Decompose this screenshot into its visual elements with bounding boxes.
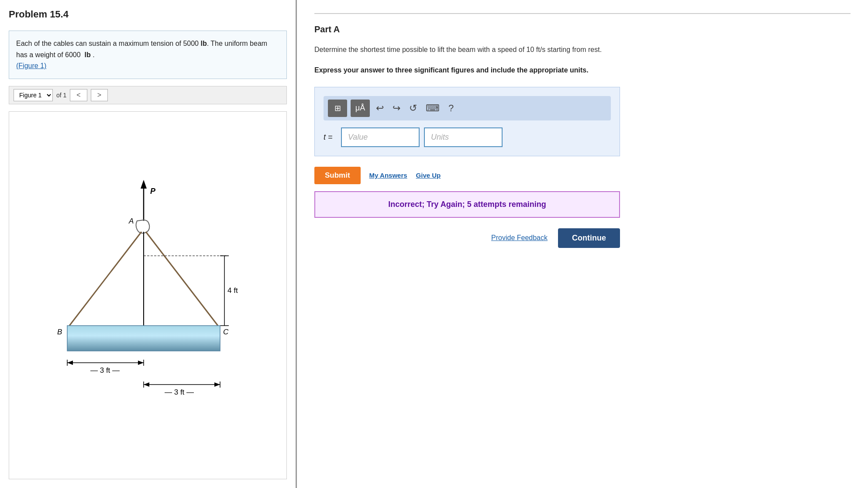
matrix-icon: ⊞ bbox=[334, 103, 341, 113]
continue-button[interactable]: Continue bbox=[558, 228, 620, 248]
value-input[interactable] bbox=[341, 127, 420, 147]
answer-box: ⊞ μÅ ↩ ↪ ↺ ⌨ ? t = bbox=[314, 87, 620, 156]
figure-select[interactable]: Figure 1 bbox=[14, 89, 53, 101]
figure-prev-button[interactable]: < bbox=[70, 89, 87, 101]
my-answers-button[interactable]: My Answers bbox=[369, 172, 407, 179]
undo-icon: ↩ bbox=[376, 103, 384, 113]
refresh-icon: ↺ bbox=[409, 103, 417, 113]
units-input[interactable] bbox=[424, 127, 503, 147]
svg-text:B: B bbox=[57, 328, 62, 336]
redo-icon: ↪ bbox=[393, 103, 400, 113]
help-icon: ? bbox=[448, 103, 454, 113]
svg-text:P: P bbox=[150, 187, 156, 196]
toolbar: ⊞ μÅ ↩ ↪ ↺ ⌨ ? bbox=[324, 96, 611, 120]
part-instruction: Express your answer to three significant… bbox=[314, 65, 851, 76]
feedback-message: Incorrect; Try Again; 5 attempts remaini… bbox=[314, 191, 620, 218]
svg-text:— 3 ft —: — 3 ft — bbox=[90, 366, 120, 375]
svg-text:C: C bbox=[223, 328, 229, 336]
figure-next-button[interactable]: > bbox=[91, 89, 108, 101]
mu-icon: μÅ bbox=[355, 103, 365, 113]
diagram-svg: P A 4 ft bbox=[26, 168, 270, 422]
left-panel: Problem 15.4 Each of the cables can sust… bbox=[0, 0, 297, 488]
submit-button[interactable]: Submit bbox=[314, 167, 361, 184]
figure-of-label: of 1 bbox=[56, 92, 66, 99]
part-label: Part A bbox=[314, 24, 851, 34]
answer-var-label: t = bbox=[324, 133, 337, 142]
problem-description: Each of the cables can sustain a maximum… bbox=[9, 31, 287, 79]
svg-text:4 ft: 4 ft bbox=[227, 286, 238, 295]
provide-feedback-button[interactable]: Provide Feedback bbox=[491, 234, 548, 242]
svg-text:— 3 ft —: — 3 ft — bbox=[165, 388, 194, 396]
problem-title: Problem 15.4 bbox=[9, 9, 287, 20]
refresh-button[interactable]: ↺ bbox=[406, 101, 420, 116]
keyboard-icon: ⌨ bbox=[426, 103, 440, 113]
help-button[interactable]: ? bbox=[446, 101, 456, 116]
mu-button[interactable]: μÅ bbox=[351, 100, 370, 117]
answer-row: t = bbox=[324, 127, 611, 147]
figure-link[interactable]: (Figure 1) bbox=[16, 62, 46, 69]
figure-area: P A 4 ft bbox=[9, 111, 287, 479]
bottom-row: Provide Feedback Continue bbox=[314, 228, 620, 248]
give-up-button[interactable]: Give Up bbox=[416, 172, 441, 179]
redo-button[interactable]: ↪ bbox=[390, 101, 403, 116]
right-panel: Part A Determine the shortest time possi… bbox=[297, 0, 868, 488]
matrix-button[interactable]: ⊞ bbox=[328, 100, 347, 117]
description-text: Each of the cables can sustain a maximum… bbox=[16, 40, 267, 58]
svg-text:A: A bbox=[128, 217, 134, 225]
submit-row: Submit My Answers Give Up bbox=[314, 167, 851, 184]
part-description: Determine the shortest time possible to … bbox=[314, 44, 851, 55]
undo-button[interactable]: ↩ bbox=[373, 101, 386, 116]
top-divider bbox=[314, 13, 851, 14]
svg-rect-13 bbox=[67, 326, 220, 351]
keyboard-button[interactable]: ⌨ bbox=[423, 101, 442, 116]
figure-selector: Figure 1 of 1 < > bbox=[9, 86, 287, 104]
